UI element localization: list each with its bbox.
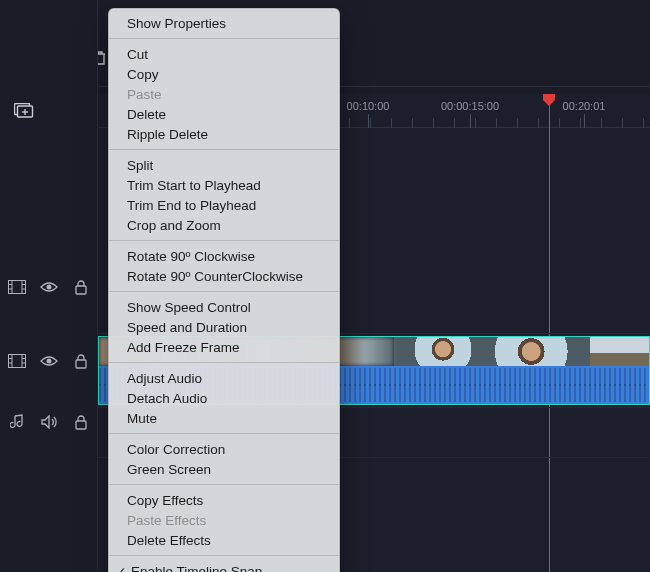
menu-item[interactable]: Show Properties xyxy=(109,13,339,33)
svg-rect-12 xyxy=(76,286,86,294)
menu-separator xyxy=(109,484,339,485)
menu-separator xyxy=(109,433,339,434)
menu-item-label: Split xyxy=(127,158,153,173)
track-header xyxy=(0,324,98,398)
menu-item-label: Speed and Duration xyxy=(127,320,247,335)
menu-item[interactable]: Split xyxy=(109,155,339,175)
menu-item[interactable]: Add Freeze Frame xyxy=(109,337,339,357)
lock-icon[interactable] xyxy=(72,278,90,296)
svg-rect-13 xyxy=(9,355,26,368)
svg-point-20 xyxy=(47,359,52,364)
menu-item-label: Paste xyxy=(127,87,162,102)
menu-item: Paste xyxy=(109,84,339,104)
menu-item[interactable]: Mute xyxy=(109,408,339,428)
menu-item[interactable]: Green Screen xyxy=(109,459,339,479)
clip-thumbnail xyxy=(590,337,649,366)
menu-item[interactable]: Adjust Audio xyxy=(109,368,339,388)
track-header xyxy=(0,250,98,324)
menu-item[interactable]: Rotate 90º CounterClockwise xyxy=(109,266,339,286)
time-label: 00:10:00 xyxy=(347,100,390,112)
menu-item-label: Trim Start to Playhead xyxy=(127,178,261,193)
menu-item[interactable]: Copy Effects xyxy=(109,490,339,510)
menu-item[interactable]: Cut xyxy=(109,44,339,64)
menu-item-label: Enable Timeline Snap xyxy=(131,564,262,572)
checkmark-icon: ✓ xyxy=(115,564,127,573)
track-header xyxy=(0,398,98,446)
menu-item-label: Rotate 90º Clockwise xyxy=(127,249,255,264)
svg-rect-22 xyxy=(76,421,86,429)
lock-icon[interactable] xyxy=(72,352,90,370)
menu-item[interactable]: Show Speed Control xyxy=(109,297,339,317)
speaker-icon[interactable] xyxy=(40,413,58,431)
menu-item-label: Paste Effects xyxy=(127,513,206,528)
menu-item-label: Ripple Delete xyxy=(127,127,208,142)
menu-item: Paste Effects xyxy=(109,510,339,530)
menu-item-label: Delete xyxy=(127,107,166,122)
menu-item-label: Show Speed Control xyxy=(127,300,251,315)
filmstrip-icon[interactable] xyxy=(8,278,26,296)
time-label: 00:20:01 xyxy=(563,100,606,112)
menu-separator xyxy=(109,555,339,556)
eye-icon[interactable] xyxy=(40,278,58,296)
svg-point-11 xyxy=(47,285,52,290)
menu-item-label: Adjust Audio xyxy=(127,371,202,386)
menu-item[interactable]: Copy xyxy=(109,64,339,84)
menu-item-label: Trim End to Playhead xyxy=(127,198,256,213)
filmstrip-icon[interactable] xyxy=(8,352,26,370)
menu-separator xyxy=(109,240,339,241)
lock-icon[interactable] xyxy=(72,413,90,431)
menu-item-label: Rotate 90º CounterClockwise xyxy=(127,269,303,284)
menu-separator xyxy=(109,362,339,363)
menu-item-label: Copy xyxy=(127,67,159,82)
music-note-icon[interactable] xyxy=(8,413,26,431)
menu-item[interactable]: Rotate 90º Clockwise xyxy=(109,246,339,266)
clip-thumbnail xyxy=(394,337,492,366)
svg-rect-21 xyxy=(76,360,86,368)
menu-item-label: Add Freeze Frame xyxy=(127,340,240,355)
menu-item-label: Color Correction xyxy=(127,442,225,457)
menu-item[interactable]: Ripple Delete xyxy=(109,124,339,144)
menu-item-label: Detach Audio xyxy=(127,391,207,406)
menu-separator xyxy=(109,291,339,292)
clip-thumbnail xyxy=(492,337,590,366)
menu-separator xyxy=(109,38,339,39)
svg-rect-4 xyxy=(9,281,26,294)
context-menu: Show PropertiesCutCopyPasteDeleteRipple … xyxy=(108,8,340,572)
menu-item-label: Cut xyxy=(127,47,148,62)
eye-icon[interactable] xyxy=(40,352,58,370)
menu-item-label: Crop and Zoom xyxy=(127,218,221,233)
menu-item[interactable]: Color Correction xyxy=(109,439,339,459)
time-label: 00:00:15:00 xyxy=(441,100,499,112)
add-media-button[interactable] xyxy=(12,99,36,123)
menu-item-label: Mute xyxy=(127,411,157,426)
menu-item-label: Copy Effects xyxy=(127,493,203,508)
left-panel xyxy=(0,0,98,572)
menu-item[interactable]: Crop and Zoom xyxy=(109,215,339,235)
menu-item[interactable]: Delete xyxy=(109,104,339,124)
menu-separator xyxy=(109,149,339,150)
menu-item[interactable]: Trim Start to Playhead xyxy=(109,175,339,195)
menu-item-label: Delete Effects xyxy=(127,533,211,548)
menu-item[interactable]: Delete Effects xyxy=(109,530,339,550)
menu-item-label: Green Screen xyxy=(127,462,211,477)
menu-item[interactable]: Speed and Duration xyxy=(109,317,339,337)
menu-item-label: Show Properties xyxy=(127,16,226,31)
menu-item[interactable]: Detach Audio xyxy=(109,388,339,408)
menu-item[interactable]: Trim End to Playhead xyxy=(109,195,339,215)
menu-item[interactable]: ✓Enable Timeline Snap xyxy=(109,561,339,572)
